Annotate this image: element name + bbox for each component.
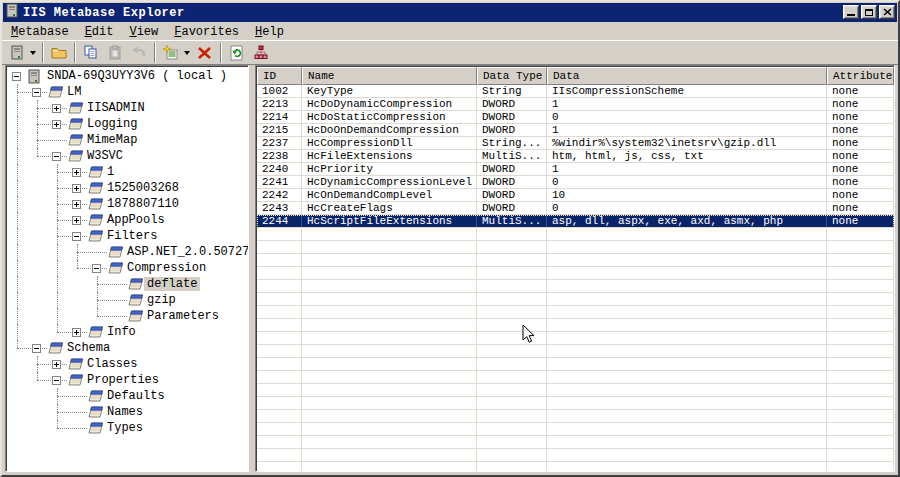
tree-item-label[interactable]: Parameters <box>144 309 222 323</box>
collapse-icon[interactable] <box>32 344 41 353</box>
table-row[interactable]: 2240HcPriorityDWORD1none <box>257 163 894 176</box>
tree-item-label[interactable]: Classes <box>84 357 140 371</box>
menu-item-metabase[interactable]: Metabase <box>3 24 77 40</box>
table-row[interactable]: 2241HcDynamicCompressionLevelDWORD0none <box>257 176 894 189</box>
tree-item-filters[interactable]: Filters <box>6 228 248 244</box>
refresh-button[interactable] <box>225 42 249 64</box>
tree-item-deflate[interactable]: deflate <box>6 276 248 292</box>
delete-button[interactable] <box>193 42 217 64</box>
table-row[interactable]: 2242HcOnDemandCompLevelDWORD10none <box>257 189 894 202</box>
table-row[interactable]: 1002KeyTypeStringIIsCompressionSchemenon… <box>257 85 894 98</box>
tree-item-1878807110[interactable]: 1878807110 <box>6 196 248 212</box>
up-one-level-button[interactable] <box>47 42 71 64</box>
tree-item-label[interactable]: 1878807110 <box>104 197 182 211</box>
empty-cell <box>547 293 827 305</box>
tree-item-parameters[interactable]: Parameters <box>6 308 248 324</box>
tree-item-defaults[interactable]: Defaults <box>6 388 248 404</box>
table-row[interactable]: 2238HcFileExtensionsMultiS...htm, html, … <box>257 150 894 163</box>
expand-icon[interactable] <box>52 360 61 369</box>
tree-item-label[interactable]: Logging <box>84 117 140 131</box>
column-header-data[interactable]: Data <box>547 67 827 85</box>
expand-icon[interactable] <box>72 200 81 209</box>
expand-icon[interactable] <box>72 216 81 225</box>
tree-item-label[interactable]: SNDA-69Q3UYY3V6 ( local ) <box>44 69 230 83</box>
tree-item-label[interactable]: 1 <box>104 165 117 179</box>
tree-item-1525003268[interactable]: 1525003268 <box>6 180 248 196</box>
tree-item-mimemap[interactable]: MimeMap <box>6 132 248 148</box>
tree-view-button[interactable] <box>249 42 273 64</box>
tree-item-label[interactable]: 1525003268 <box>104 181 182 195</box>
collapse-icon[interactable] <box>72 232 81 241</box>
table-row[interactable]: 2214HcDoStaticCompressionDWORD0none <box>257 111 894 124</box>
menu-item-favorites[interactable]: Favorites <box>166 24 247 40</box>
column-header-data-type[interactable]: Data Type <box>477 67 547 85</box>
collapse-icon[interactable] <box>52 376 61 385</box>
empty-cell <box>302 241 477 253</box>
tree-item-label[interactable]: ASP.NET_2.0.50727.0 <box>124 245 249 259</box>
expand-icon[interactable] <box>72 328 81 337</box>
table-row[interactable]: 2243HcCreateFlagsDWORD0none <box>257 202 894 215</box>
toolbar-separator <box>220 43 222 63</box>
tree-item-info[interactable]: Info <box>6 324 248 340</box>
close-button[interactable] <box>879 5 895 19</box>
tree-item-label[interactable]: IISADMIN <box>84 101 148 115</box>
menu-item-help[interactable]: Help <box>247 24 292 40</box>
tree-item-names[interactable]: Names <box>6 404 248 420</box>
tree-item-w3svc[interactable]: W3SVC <box>6 148 248 164</box>
new-key-button[interactable] <box>159 42 183 64</box>
table-row[interactable]: 2213HcDoDynamicCompressionDWORD1none <box>257 98 894 111</box>
tree-item-label[interactable]: W3SVC <box>84 149 126 163</box>
tree-item-label[interactable]: Types <box>104 421 146 435</box>
copy-button[interactable] <box>79 42 103 64</box>
table-row[interactable]: 2237HcCompressionDllString...%windir%\sy… <box>257 137 894 150</box>
collapse-icon[interactable] <box>32 88 41 97</box>
tree-item-label[interactable]: AppPools <box>104 213 168 227</box>
connect-server-dropdown-arrow-icon[interactable] <box>30 51 36 55</box>
tree-item-asp-net-2-0-50727-0[interactable]: ASP.NET_2.0.50727.0 <box>6 244 248 260</box>
tree-item-gzip[interactable]: gzip <box>6 292 248 308</box>
title-bar[interactable]: IIS Metabase Explorer <box>3 3 897 22</box>
tree-item-label[interactable]: LM <box>64 85 84 99</box>
expand-icon[interactable] <box>52 104 61 113</box>
collapse-icon[interactable] <box>52 152 61 161</box>
menu-item-view[interactable]: View <box>121 24 166 40</box>
minimize-button[interactable] <box>843 5 859 19</box>
tree-item-label[interactable]: MimeMap <box>84 133 140 147</box>
tree-item-schema[interactable]: Schema <box>6 340 248 356</box>
tree-item-label[interactable]: Info <box>104 325 139 339</box>
tree-item-apppools[interactable]: AppPools <box>6 212 248 228</box>
table-row[interactable]: 2244HcScriptFileExtensionsMultiS...asp, … <box>257 215 894 228</box>
collapse-icon[interactable] <box>92 264 101 273</box>
tree-item-label[interactable]: Schema <box>64 341 113 355</box>
tree-item-logging[interactable]: Logging <box>6 116 248 132</box>
tree-item-label[interactable]: Defaults <box>104 389 168 403</box>
column-header-id[interactable]: ID <box>257 67 302 85</box>
table-cell: 2240 <box>257 163 302 175</box>
tree-item-label[interactable]: Compression <box>124 261 209 275</box>
tree-item-iisadmin[interactable]: IISADMIN <box>6 100 248 116</box>
menu-item-edit[interactable]: Edit <box>77 24 122 40</box>
tree-item-label[interactable]: deflate <box>144 277 200 291</box>
column-header-attributes[interactable]: Attributes <box>827 67 894 85</box>
tree-item-properties[interactable]: Properties <box>6 372 248 388</box>
new-key-dropdown-arrow-icon[interactable] <box>184 51 190 55</box>
maximize-button[interactable] <box>861 5 877 19</box>
tree-item-label[interactable]: gzip <box>144 293 179 307</box>
connect-server-button[interactable] <box>5 42 29 64</box>
tree-item-compression[interactable]: Compression <box>6 260 248 276</box>
expand-icon[interactable] <box>52 120 61 129</box>
tree-item-types[interactable]: Types <box>6 420 248 436</box>
table-row[interactable]: 2215HcDoOnDemandCompressionDWORD1none <box>257 124 894 137</box>
tree-item-label[interactable]: Properties <box>84 373 162 387</box>
empty-cell <box>302 332 477 344</box>
tree-item-label[interactable]: Filters <box>104 229 160 243</box>
tree-item-lm[interactable]: LM <box>6 84 248 100</box>
tree-item-label[interactable]: Names <box>104 405 146 419</box>
expand-icon[interactable] <box>72 184 81 193</box>
expand-icon[interactable] <box>72 168 81 177</box>
column-header-name[interactable]: Name <box>302 67 477 85</box>
tree-item-classes[interactable]: Classes <box>6 356 248 372</box>
tree-item-1[interactable]: 1 <box>6 164 248 180</box>
collapse-icon[interactable] <box>12 72 21 81</box>
tree-item-snda-69q3uyy3v6-local-[interactable]: SNDA-69Q3UYY3V6 ( local ) <box>6 68 248 84</box>
